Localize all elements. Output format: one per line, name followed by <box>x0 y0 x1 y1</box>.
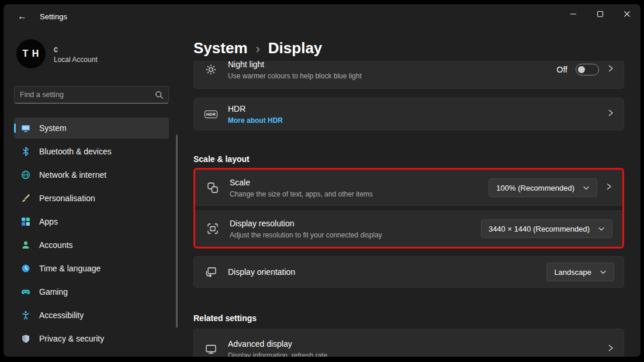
sidebar-item-label: Bluetooth & devices <box>39 147 112 156</box>
bluetooth-icon <box>21 147 30 156</box>
network-icon <box>21 170 30 180</box>
hdr-text: HDR More about HDR <box>228 104 283 125</box>
sidebar-item-accessibility[interactable]: Accessibility <box>14 305 169 326</box>
settings-scroll-area: Night light Use warmer colours to help b… <box>193 61 624 357</box>
night-light-toggle[interactable] <box>576 64 599 75</box>
avatar: T H <box>16 39 46 68</box>
main-content: System › Display Night light Use warmer … <box>185 29 640 357</box>
minimize-icon <box>570 11 577 18</box>
sidebar-item-label: Accounts <box>39 240 73 250</box>
breadcrumb-parent[interactable]: System <box>193 39 248 57</box>
close-button[interactable] <box>614 4 640 24</box>
selected-indicator <box>14 123 16 133</box>
sidebar-item-label: Network & internet <box>39 170 106 180</box>
sidebar-item-label: Accessibility <box>39 311 84 320</box>
user-card[interactable]: T H c Local Account <box>16 39 185 68</box>
row-title: Night light <box>228 61 362 70</box>
page-title: Display <box>268 39 323 57</box>
personalisation-icon <box>21 194 30 203</box>
accounts-icon <box>21 240 30 250</box>
toggle-knob <box>578 66 585 73</box>
hdr-row[interactable]: HDR HDR More about HDR <box>193 98 624 130</box>
chevron-right-icon <box>607 109 614 119</box>
row-description: Change the size of text, apps, and other… <box>230 189 373 199</box>
scale-text: Scale Change the size of text, apps, and… <box>230 177 373 199</box>
hdr-icon: HDR <box>202 111 220 118</box>
toggle-state-label: Off <box>557 65 567 74</box>
orientation-dropdown[interactable]: Landscape <box>546 263 614 281</box>
scale-dropdown[interactable]: 100% (Recommended) <box>489 178 597 197</box>
chevron-down-icon <box>598 223 605 234</box>
user-meta: c Local Account <box>54 44 98 64</box>
minimize-button[interactable] <box>560 4 587 24</box>
breadcrumb: System › Display <box>193 39 322 57</box>
chevron-down-icon <box>583 182 590 193</box>
row-description: Adjust the resolution to fit your connec… <box>230 230 382 240</box>
scale-dropdown-value: 100% (Recommended) <box>496 184 574 192</box>
settings-window: ← Settings T H c Local Account <box>4 4 640 357</box>
search-box <box>14 86 169 104</box>
maximize-icon <box>597 11 604 18</box>
search-input[interactable] <box>15 87 168 103</box>
resolution-dropdown[interactable]: 3440 × 1440 (Recommended) <box>481 219 612 238</box>
orientation-icon <box>202 266 220 278</box>
sidebar-item-gaming[interactable]: Gaming <box>14 281 169 302</box>
sidebar-item-label: Privacy & security <box>39 334 104 343</box>
time-language-icon <box>21 264 30 273</box>
scale-row[interactable]: Scale Change the size of text, apps, and… <box>195 170 622 206</box>
chevron-right-icon <box>605 182 612 193</box>
display-resolution-row: Display resolution Adjust the resolution… <box>195 211 622 247</box>
chevron-down-icon <box>600 267 607 277</box>
sidebar-item-system[interactable]: System <box>14 118 169 139</box>
advanced-display-text: Advanced display Display information, re… <box>228 339 327 357</box>
sidebar-item-label: Time & language <box>39 264 101 273</box>
sidebar: T H c Local Account System <box>4 29 185 357</box>
advanced-display-icon <box>202 343 220 355</box>
row-title: Advanced display <box>228 339 327 349</box>
maximize-button[interactable] <box>587 4 614 24</box>
accessibility-icon <box>21 311 30 320</box>
night-light-text: Night light Use warmer colours to help b… <box>228 61 362 81</box>
resolution-dropdown-value: 3440 × 1440 (Recommended) <box>489 225 590 233</box>
display-orientation-row: Display orientation Landscape <box>193 256 624 288</box>
row-title: Display orientation <box>228 267 295 277</box>
sidebar-item-bluetooth[interactable]: Bluetooth & devices <box>14 141 169 162</box>
sidebar-item-personalisation[interactable]: Personalisation <box>14 188 169 209</box>
highlight-annotation: Scale Change the size of text, apps, and… <box>193 168 624 249</box>
sidebar-nav: System Bluetooth & devices Network & int… <box>14 118 169 349</box>
window-controls <box>560 4 640 24</box>
breadcrumb-separator-icon: › <box>256 42 260 57</box>
sidebar-item-accounts[interactable]: Accounts <box>14 235 169 256</box>
sidebar-item-privacy[interactable]: Privacy & security <box>14 328 169 349</box>
account-type: Local Account <box>54 56 98 64</box>
night-light-icon <box>202 64 220 75</box>
scale-icon <box>204 182 221 194</box>
row-title: HDR <box>228 104 283 114</box>
sidebar-item-network[interactable]: Network & internet <box>14 164 169 185</box>
hdr-more-link[interactable]: More about HDR <box>228 116 283 125</box>
sidebar-scrollbar[interactable] <box>176 135 178 327</box>
night-light-row[interactable]: Night light Use warmer colours to help b… <box>193 61 624 89</box>
chevron-right-icon <box>607 64 614 75</box>
row-title: Display resolution <box>230 218 382 229</box>
gaming-icon <box>21 287 30 297</box>
back-arrow-icon: ← <box>18 11 27 22</box>
advanced-display-row[interactable]: Advanced display Display information, re… <box>193 329 624 357</box>
sidebar-item-label: Gaming <box>39 287 68 297</box>
back-button[interactable]: ← <box>13 8 32 25</box>
resolution-text: Display resolution Adjust the resolution… <box>230 218 382 240</box>
close-icon <box>624 11 631 18</box>
system-icon <box>21 123 30 133</box>
privacy-icon <box>21 334 30 343</box>
row-description: Display information, refresh rate <box>228 351 327 357</box>
user-name: c <box>54 44 98 54</box>
section-heading-related: Related settings <box>193 312 624 324</box>
sidebar-item-label: System <box>39 123 67 133</box>
sidebar-item-apps[interactable]: Apps <box>14 211 169 232</box>
row-title: Scale <box>230 177 373 188</box>
orientation-text: Display orientation <box>228 267 295 277</box>
sidebar-item-time-language[interactable]: Time & language <box>14 258 169 279</box>
row-description: Use warmer colours to help block blue li… <box>228 71 362 81</box>
window-title: Settings <box>40 12 67 21</box>
resolution-icon <box>204 223 221 235</box>
